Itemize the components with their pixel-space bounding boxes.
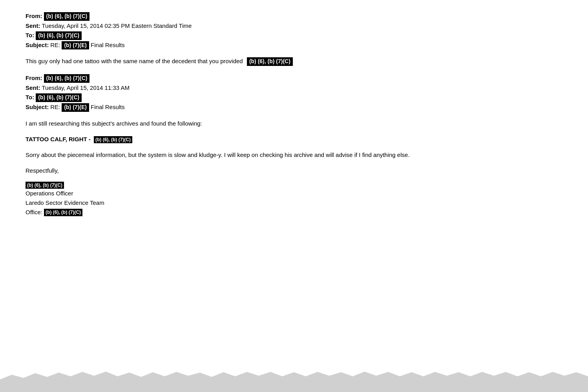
signature-name-line: (b) (6), (b) (7)(C) <box>26 182 524 189</box>
subject-label2: Subject: <box>26 103 49 112</box>
from-label: From: <box>26 12 42 21</box>
email1-to-redacted: (b) (6), (b) (7)(C) <box>36 31 82 40</box>
email2-closing: Respectfully, <box>26 166 524 175</box>
email1-from-line: From: (b) (6), (b) (7)(C) <box>26 12 524 21</box>
email2-header: From: (b) (6), (b) (7)(C) Sent: Tuesday,… <box>26 74 524 111</box>
email1-sent-line: Sent: Tuesday, April 15, 2014 02:35 PM E… <box>26 22 524 31</box>
office-label: Office: <box>26 208 42 217</box>
email2-body-paragraph1: I am still researching this subject's ar… <box>26 119 524 128</box>
email1-from-redacted: (b) (6), (b) (7)(C) <box>44 12 90 21</box>
signature-unit: Laredo Sector Evidence Team <box>26 198 104 208</box>
email2-body-paragraph2: Sorry about the piecemeal information, b… <box>26 150 524 160</box>
signature-name-redacted: (b) (6), (b) (7)(C) <box>26 182 64 189</box>
email2-sent-line: Sent: Tuesday, April 15, 2014 11:33 AM <box>26 84 524 93</box>
email2-to-line: To: (b) (6), (b) (7)(C) <box>26 93 524 102</box>
email1-header: From: (b) (6), (b) (7)(C) Sent: Tuesday,… <box>26 12 524 49</box>
email2-body: I am still researching this subject's ar… <box>26 119 524 175</box>
email1-body-redacted: (b) (6), (b) (7)(C) <box>247 57 293 66</box>
tattoo-label: TATTOO CALF, RIGHT - <box>26 136 91 142</box>
subject-label: Subject: <box>26 41 49 50</box>
from-label2: From: <box>26 74 42 83</box>
tattoo-redacted: (b) (6), (b) (7)(C) <box>94 136 132 144</box>
email1-body: This guy only had one tattoo with the sa… <box>26 57 524 66</box>
email2-from-line: From: (b) (6), (b) (7)(C) <box>26 74 524 83</box>
signature-block: (b) (6), (b) (7)(C) Operations Officer L… <box>26 182 524 217</box>
email1-to-line: To: (b) (6), (b) (7)(C) <box>26 31 524 40</box>
to-label: To: <box>26 31 34 40</box>
email2-subject-line: Subject: RE: (b) (7)(E) Final Results <box>26 103 524 112</box>
to-label2: To: <box>26 93 34 102</box>
signature-office-redacted: (b) (6), (b) (7)(C) <box>44 209 82 216</box>
email1-subject-redacted: (b) (7)(E) <box>62 41 89 50</box>
subject-re2: RE: <box>50 104 62 110</box>
email1-sent-value: Tuesday, April 15, 2014 02:35 PM Eastern… <box>42 22 192 31</box>
email2-subject-text: Final Results <box>91 104 125 110</box>
sent-label2: Sent: <box>26 84 40 93</box>
email2-from-redacted: (b) (6), (b) (7)(C) <box>44 74 90 83</box>
subject-re: RE: <box>50 42 62 48</box>
email-container: From: (b) (6), (b) (7)(C) Sent: Tuesday,… <box>0 0 550 233</box>
email2-sent-value: Tuesday, April 15, 2014 11:33 AM <box>42 84 130 93</box>
signature-office-line: Office: (b) (6), (b) (7)(C) <box>26 208 524 217</box>
email2-to-redacted: (b) (6), (b) (7)(C) <box>36 93 82 102</box>
email2-tattoo-line: TATTOO CALF, RIGHT - (b) (6), (b) (7)(C) <box>26 135 524 144</box>
signature-title: Operations Officer <box>26 189 73 198</box>
email2-subject-redacted: (b) (7)(E) <box>62 103 89 112</box>
email1-subject-text: Final Results <box>91 42 125 48</box>
signature-title-line: Operations Officer <box>26 189 524 198</box>
torn-paper-bottom <box>0 361 588 392</box>
signature-unit-line: Laredo Sector Evidence Team <box>26 198 524 208</box>
email1-body-text: This guy only had one tattoo with the sa… <box>26 57 524 66</box>
sent-label: Sent: <box>26 22 40 31</box>
email1-subject-line: Subject: RE: (b) (7)(E) Final Results <box>26 41 524 50</box>
